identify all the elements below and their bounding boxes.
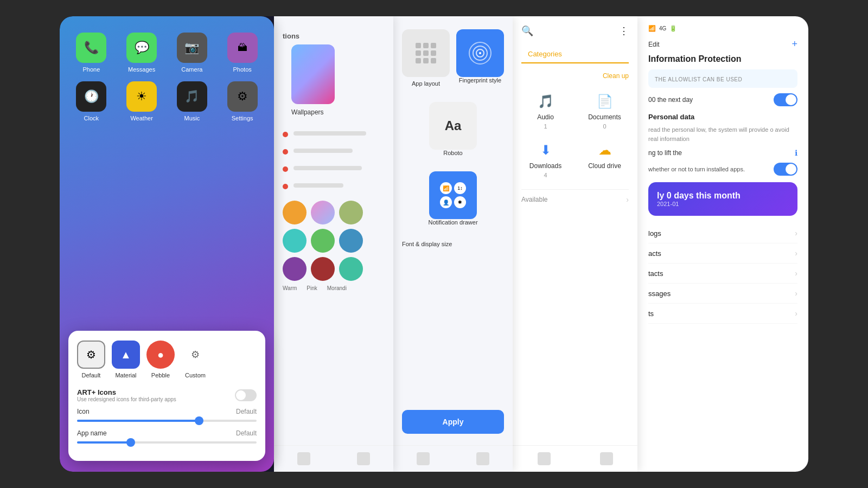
app-layout-thumb (402, 29, 450, 77)
dot-4 (416, 50, 421, 56)
font-option[interactable]: Aa Roboto (429, 102, 477, 156)
color-purple[interactable] (283, 257, 307, 281)
categories-tab[interactable]: Categories (521, 46, 569, 63)
privacy-header: 📶 4G 🔋 (648, 25, 797, 32)
acts-label: acts (648, 249, 661, 258)
fingerprint-option[interactable]: Fingerprint style (456, 29, 504, 87)
art-icons-toggle[interactable] (235, 389, 257, 401)
app-settings[interactable]: ⚙ Settings (221, 81, 263, 121)
theme-option-custom[interactable]: ⚙ Custom (181, 341, 209, 378)
privacy-list-tacts[interactable]: tacts › (648, 264, 797, 284)
art-icons-row: ART+ Icons Use redesigned icons for thir… (77, 388, 257, 402)
icon-slider-value: Default (236, 408, 257, 415)
app-weather[interactable]: ☀ Weather (121, 81, 163, 121)
nav-home[interactable] (297, 452, 310, 465)
edit-label: Edit (648, 41, 660, 48)
dot-red (283, 132, 288, 137)
turn-toggle-row: whether or not to turn installed apps. (648, 163, 797, 176)
panel-layout: App layout Fingerprint style Aa (393, 16, 513, 472)
layout-nav-home[interactable] (417, 452, 430, 465)
app-messages[interactable]: 💬 Messages (121, 33, 163, 73)
phone-icon: 📞 (76, 33, 106, 63)
audio-category[interactable]: 🎵 Audio 1 (521, 92, 570, 130)
privacy-title: Information Protection (648, 54, 797, 64)
app-layout-option[interactable]: App layout (402, 29, 450, 87)
main-container: 📞 Phone 💬 Messages 📷 Camera 🏔 Photos 🕐 C… (60, 16, 808, 472)
documents-category[interactable]: 📄 Documents 0 (580, 92, 629, 130)
app-camera[interactable]: 📷 Camera (171, 33, 213, 73)
next-day-knob (786, 94, 796, 105)
app-music[interactable]: 🎵 Music (171, 81, 213, 121)
downloads-category[interactable]: ⬇ Downloads 4 (521, 140, 570, 178)
wallpaper-label: Wallpapers (283, 104, 385, 120)
add-icon[interactable]: + (792, 38, 797, 50)
font-display-label: Font & display size (402, 241, 452, 247)
privacy-list-logs[interactable]: logs › (648, 223, 797, 243)
files-nav-back[interactable] (600, 452, 613, 465)
weather-icon: ☀ (126, 81, 157, 112)
app-phone[interactable]: 📞 Phone (71, 33, 112, 73)
icon-slider-thumb[interactable] (195, 416, 203, 425)
theme-default-icon: ⚙ (77, 341, 105, 369)
wallpaper-thumb[interactable] (291, 44, 335, 104)
more-icon[interactable]: ⋮ (619, 25, 629, 37)
color-warm[interactable] (283, 201, 307, 224)
dot-red-2 (283, 149, 288, 155)
layout-nav-bar (393, 445, 513, 472)
app-name-slider-thumb[interactable] (126, 438, 135, 447)
theme-options: ⚙ Default ▲ Material ● Pebble (77, 341, 257, 378)
color-green[interactable] (311, 229, 335, 253)
font-display-option[interactable]: Font & display size (402, 241, 504, 247)
ts-label: ts (648, 310, 654, 318)
privacy-list-ts[interactable]: ts › (648, 304, 797, 324)
panel-privacy: 📶 4G 🔋 Edit + Information Protection THE… (637, 16, 808, 472)
search-icon[interactable]: 🔍 (521, 25, 533, 37)
notif-option[interactable]: 📶 1↕ 👤 ✱ Notification drawer (428, 171, 477, 226)
app-name-slider-track[interactable] (77, 441, 257, 444)
theme-list-item-2[interactable] (274, 143, 393, 160)
theme-list-item-3[interactable] (274, 160, 393, 178)
files-nav-home[interactable] (538, 452, 551, 465)
documents-label: Documents (588, 113, 621, 121)
turn-toggle[interactable] (774, 163, 797, 176)
nav-back[interactable] (357, 452, 370, 465)
color-mint[interactable] (339, 257, 363, 281)
next-day-toggle[interactable] (774, 93, 797, 106)
battery-icon: 🔋 (669, 25, 677, 32)
toggle-desc-text: whether or not to turn installed apps. (648, 166, 768, 172)
theme-option-material[interactable]: ▲ Material (112, 341, 140, 378)
theme-option-default[interactable]: ⚙ Default (77, 341, 105, 378)
cloud-drive-category[interactable]: ☁ Cloud drive (580, 140, 629, 178)
privacy-list-acts[interactable]: acts › (648, 243, 797, 264)
theme-material-label: Material (115, 372, 136, 378)
notif-label: Notification drawer (428, 219, 477, 226)
apply-button[interactable]: Apply (402, 410, 504, 434)
theme-option-pebble[interactable]: ● Pebble (146, 341, 175, 378)
theme-list-item-4[interactable] (274, 178, 393, 195)
privacy-list-ssages[interactable]: ssages › (648, 284, 797, 304)
person-icon: 👤 (440, 196, 452, 208)
downloads-count: 4 (544, 172, 547, 178)
color-teal[interactable] (283, 229, 307, 253)
text-line-2 (293, 149, 353, 153)
cleanup-button[interactable]: Clean up (521, 72, 629, 80)
text-lines-4 (293, 183, 385, 190)
color-pink[interactable] (311, 201, 335, 224)
theme-list (274, 126, 393, 195)
layout-nav-back[interactable] (476, 452, 489, 465)
music-icon: 🎵 (177, 81, 207, 112)
dots-grid (416, 43, 436, 63)
color-red[interactable] (311, 257, 335, 281)
acts-chevron: › (795, 249, 797, 258)
theme-list-item-1[interactable] (274, 126, 393, 143)
usage-card: ly 0 days this month 2021-01 (648, 182, 797, 216)
app-clock[interactable]: 🕐 Clock (71, 81, 112, 121)
info-icon[interactable]: ℹ (795, 149, 797, 157)
color-morandi[interactable] (339, 201, 363, 224)
color-blue[interactable] (339, 229, 363, 253)
morandi-label: Morandi (327, 285, 347, 291)
camera-label: Camera (181, 66, 202, 73)
app-photos[interactable]: 🏔 Photos (221, 33, 263, 73)
apply-button-wrap: Apply (402, 406, 504, 434)
icon-slider-track[interactable] (77, 420, 257, 422)
